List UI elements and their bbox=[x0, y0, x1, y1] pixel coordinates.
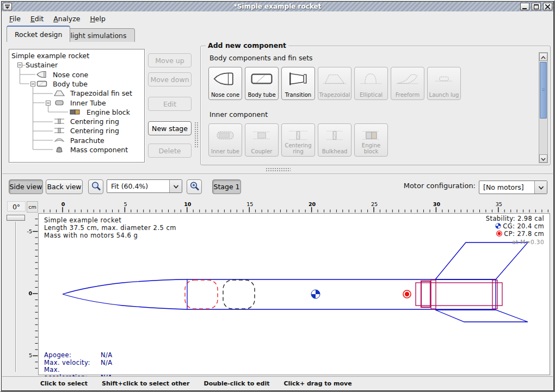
move-up-button: Move up bbox=[148, 53, 192, 67]
tree-item-label: Trapezoidal fin set bbox=[70, 89, 132, 98]
add-transition-button[interactable]: Transition bbox=[281, 67, 315, 100]
groupbox-title: Add new component bbox=[206, 41, 288, 49]
component-tree[interactable]: Simple example rocketSustainerNose coneB… bbox=[9, 49, 145, 163]
maximize-icon bbox=[534, 4, 539, 9]
nose-cone-outline[interactable] bbox=[63, 279, 187, 309]
rocket-mass: Mass with no motors 54.6 g bbox=[44, 232, 176, 239]
collapse-expander-icon[interactable] bbox=[17, 63, 22, 67]
launch-lug-icon bbox=[428, 70, 460, 88]
nose-cone-icon bbox=[36, 71, 50, 79]
zoom-select[interactable]: Fit (60.4%) bbox=[107, 179, 182, 193]
menu-analyze[interactable]: Analyze bbox=[48, 13, 85, 24]
component-button-label: Launch lug bbox=[428, 92, 460, 98]
tree-item-label: Mass component bbox=[70, 145, 128, 154]
tree-item-trapezoidal-fin-set[interactable]: Trapezoidal fin set bbox=[9, 89, 144, 98]
vertical-splitter-handle[interactable] bbox=[194, 122, 198, 148]
mass-component-outline[interactable] bbox=[223, 280, 255, 309]
maximize-button[interactable] bbox=[532, 3, 541, 10]
add-bulkhead-button: Bulkhead bbox=[318, 123, 351, 157]
window-menu-icon bbox=[4, 3, 10, 11]
menu-help[interactable]: Help bbox=[85, 13, 110, 24]
tree-item-body-tube[interactable]: Body tube bbox=[9, 79, 144, 89]
stage-1-toggle[interactable]: Stage 1 bbox=[212, 179, 241, 194]
fin-lower[interactable] bbox=[435, 310, 528, 322]
horizontal-splitter-handle[interactable] bbox=[266, 167, 291, 172]
tab-rocket-design[interactable]: Rocket design bbox=[7, 26, 70, 42]
inner-tube-outline[interactable] bbox=[416, 283, 502, 306]
flight-stat-apogee: Apogee:N/A bbox=[44, 352, 113, 359]
chevron-down-glyph bbox=[538, 183, 544, 191]
chevron-down-icon[interactable] bbox=[169, 180, 182, 192]
motor-configuration-select[interactable]: [No motors] bbox=[479, 181, 547, 194]
component-button-label: Nose cone bbox=[209, 92, 241, 98]
scroll-up-button[interactable] bbox=[539, 53, 547, 61]
tree-item-label: Centering ring bbox=[70, 117, 119, 126]
zoom-select-value: Fit (60.4%) bbox=[107, 180, 169, 192]
new-stage-button[interactable]: New stage bbox=[148, 121, 192, 135]
parachute-outline[interactable] bbox=[185, 280, 218, 309]
tree-item-nose-cone[interactable]: Nose cone bbox=[9, 70, 144, 79]
component-button-label: Centering ring bbox=[282, 143, 314, 154]
svg-text:5: 5 bbox=[29, 352, 32, 358]
menubar: FileEditAnalyzeHelp bbox=[2, 12, 553, 26]
add-body-tube-button[interactable]: Body tube bbox=[245, 67, 279, 100]
zoom-out-button[interactable] bbox=[88, 179, 103, 194]
add-new-component-panel: Add new component Body components and fi… bbox=[200, 46, 551, 165]
chevron-down-icon[interactable] bbox=[534, 181, 547, 194]
tree-item-sustainer[interactable]: Sustainer bbox=[9, 60, 144, 70]
add-nose-cone-button[interactable]: Nose cone bbox=[208, 67, 242, 100]
ruler-unit: cm bbox=[27, 201, 38, 213]
tree-item-label: Parachute bbox=[70, 136, 104, 145]
svg-text:30: 30 bbox=[433, 201, 441, 207]
menu-edit[interactable]: Edit bbox=[26, 13, 48, 24]
component-button-label: Coupler bbox=[246, 149, 278, 155]
trapezoidal-fin-icon bbox=[318, 70, 351, 88]
scrollbar-thumb[interactable] bbox=[540, 62, 547, 119]
tree-item-inner-tube[interactable]: Inner Tube bbox=[9, 98, 144, 108]
scroll-up-icon bbox=[541, 53, 546, 61]
zoom-out-icon bbox=[91, 181, 101, 193]
tree-item-simple-example-rocket[interactable]: Simple example rocket bbox=[9, 51, 144, 60]
close-button[interactable] bbox=[543, 3, 552, 10]
body-tube-icon bbox=[36, 80, 50, 88]
tree-item-centering-ring[interactable]: Centering ring bbox=[9, 117, 144, 126]
delete-button: Delete bbox=[148, 144, 192, 158]
window-menu-button[interactable] bbox=[3, 3, 12, 10]
add-inner-tube-button: Inner tube bbox=[208, 123, 242, 157]
back-view-button[interactable]: Back view bbox=[46, 179, 83, 194]
svg-text:0: 0 bbox=[61, 201, 65, 207]
engine-block-icon bbox=[355, 127, 387, 144]
collapse-expander-icon[interactable] bbox=[30, 82, 35, 86]
fin-upper[interactable] bbox=[435, 242, 528, 279]
collapse-expander-icon[interactable] bbox=[46, 101, 51, 105]
centering-ring-1-outline[interactable] bbox=[431, 280, 436, 309]
centering-ring-2-outline[interactable] bbox=[492, 280, 497, 309]
coupler-icon bbox=[245, 127, 278, 144]
tree-item-engine-block[interactable]: Engine block bbox=[9, 108, 144, 117]
view-toolbar: Side view Back view Fit (60.4%) Stage 1 … bbox=[2, 179, 553, 195]
cg-value: 20.4 cm bbox=[517, 222, 544, 230]
mach-note: at M=0.30 bbox=[486, 239, 544, 246]
tree-item-mass-component[interactable]: Mass component bbox=[9, 145, 144, 154]
tree-item-parachute[interactable]: Parachute bbox=[9, 136, 144, 145]
body-tube-outline[interactable] bbox=[187, 279, 496, 309]
rotation-slider-handle[interactable] bbox=[7, 215, 25, 221]
engine-block-outline[interactable] bbox=[421, 281, 430, 307]
tree-item-label: Engine block bbox=[87, 108, 130, 117]
menu-file[interactable]: File bbox=[4, 13, 26, 24]
minimize-button[interactable] bbox=[520, 3, 529, 10]
scroll-down-button[interactable] bbox=[539, 154, 547, 163]
add-trapezoidal-button: Trapezoidal bbox=[318, 67, 351, 100]
rotation-slider-track[interactable] bbox=[15, 222, 16, 372]
component-button-label: Trapezoidal bbox=[319, 92, 350, 98]
add-freeform-button: Freeform bbox=[391, 67, 424, 100]
side-view-button[interactable]: Side view bbox=[9, 179, 43, 194]
tree-item-centering-ring[interactable]: Centering ring bbox=[9, 126, 144, 135]
rocket-design-canvas[interactable]: Simple example rocket Length 37.5 cm, ma… bbox=[38, 213, 550, 375]
vertical-ruler: -505 bbox=[26, 213, 38, 375]
edit-button: Edit bbox=[148, 97, 192, 111]
tab-strip: Rocket designFlight simulations bbox=[2, 26, 553, 42]
cg-label: CG: bbox=[503, 222, 515, 230]
zoom-in-button[interactable] bbox=[187, 179, 202, 194]
component-panel-scrollbar[interactable] bbox=[539, 52, 548, 163]
